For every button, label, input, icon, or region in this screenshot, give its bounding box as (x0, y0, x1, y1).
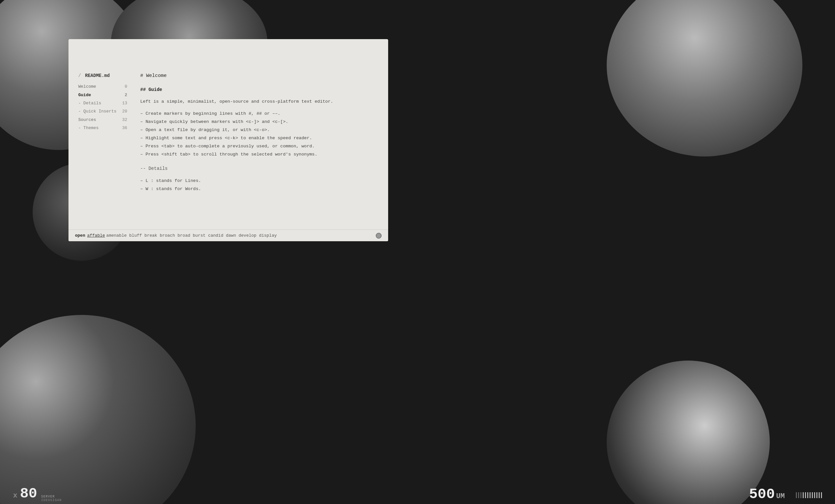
tick-5 (807, 492, 808, 498)
sphere-3 (607, 0, 802, 156)
bullet-5: – Press <shift tab> to scroll through th… (140, 151, 375, 159)
tick-8 (814, 492, 815, 498)
tick-3 (803, 492, 804, 498)
bullet-1: – Navigate quickly between markers with … (140, 118, 375, 126)
status-bar: x 80 SERVER IDEOSIGAN 500 UM (0, 484, 835, 504)
tick-9 (816, 492, 817, 498)
word-open: open (75, 233, 85, 238)
sphere-5 (607, 361, 770, 504)
bullet-0: – Create markers by beginning lines with… (140, 110, 375, 118)
toc-details[interactable]: - Details 13 (78, 99, 127, 107)
tick-4 (805, 492, 806, 498)
toc-welcome-label: Welcome (78, 83, 119, 90)
toc-quick-inserts-num: 20 (119, 108, 127, 115)
bullet-2: – Open a text file by dragging it, or wi… (140, 126, 375, 134)
toc-details-num: 13 (119, 100, 127, 107)
status-zoom-value: 80 (20, 486, 37, 501)
toc-quick-inserts[interactable]: - Quick Inserts 20 (78, 107, 127, 115)
tick-6 (810, 492, 811, 498)
toc-sources-label: Sources (78, 116, 119, 124)
file-name: README.md (85, 73, 110, 78)
content-intro: Left is a simple, minimalist, open-sourc… (140, 98, 375, 106)
tick-marks (796, 492, 822, 498)
bullet-3: – Highlight some text and press <c-k> to… (140, 135, 375, 142)
status-label-top: SERVER (41, 495, 62, 499)
status-x-label: x (13, 491, 17, 500)
status-label-stack: SERVER IDEOSIGAN (41, 495, 62, 502)
toc-guide-label: Guide (78, 91, 119, 99)
content-h1: # Welcome (140, 72, 375, 80)
detail-bullet-0: – L : stands for Lines. (140, 177, 375, 185)
content-area[interactable]: # Welcome ## Guide Left is a simple, min… (134, 39, 388, 230)
status-left: x 80 SERVER IDEOSIGAN (13, 486, 62, 502)
status-label-bot: IDEOSIGAN (41, 499, 62, 502)
editor-bottom-bar: open affable amenable bluff break broach… (68, 230, 388, 241)
word-underlined: affable (87, 233, 105, 238)
file-header: / README.md (78, 72, 127, 80)
toc-sources-num: 32 (119, 116, 127, 124)
toc-themes-num: 36 (119, 124, 127, 132)
detail-bullet-1: – W : stands for Words. (140, 186, 375, 193)
toc-sources[interactable]: Sources 32 (78, 116, 127, 124)
status-speed-value: 500 (749, 487, 775, 501)
toc-welcome-num: 0 (119, 83, 127, 90)
editor-window: / README.md Welcome 0 Guide 2 - Details … (68, 39, 388, 241)
detail-bullet-list: – L : stands for Lines. – W : stands for… (140, 177, 375, 193)
tick-0 (796, 492, 797, 498)
toc-themes[interactable]: - Themes 36 (78, 124, 127, 132)
sphere-4 (0, 315, 196, 504)
tick-10 (819, 492, 820, 498)
toc-quick-inserts-label: - Quick Inserts (78, 108, 119, 115)
toc-welcome[interactable]: Welcome 0 (78, 83, 127, 91)
word-list: amenable bluff break broach broad burst … (106, 233, 277, 238)
tick-7 (812, 492, 813, 498)
section-divider: -- Details (140, 165, 375, 173)
slash-icon: / (78, 73, 81, 78)
toc-guide-num: 2 (119, 91, 127, 99)
toc-details-label: - Details (78, 100, 119, 107)
status-speed-unit: UM (776, 492, 785, 500)
bullet-4: – Press <tab> to auto-complete a previou… (140, 143, 375, 150)
editor-body: / README.md Welcome 0 Guide 2 - Details … (68, 39, 388, 230)
status-right: 500 UM (749, 487, 822, 501)
toc-guide[interactable]: Guide 2 (78, 91, 127, 99)
scroll-indicator[interactable] (376, 233, 382, 239)
bullet-list: – Create markers by beginning lines with… (140, 110, 375, 159)
toc-themes-label: - Themes (78, 124, 119, 132)
tick-1 (798, 492, 799, 498)
sidebar: / README.md Welcome 0 Guide 2 - Details … (68, 39, 134, 230)
tick-11 (821, 492, 822, 498)
content-h2: ## Guide (140, 86, 375, 94)
tick-2 (800, 492, 801, 498)
